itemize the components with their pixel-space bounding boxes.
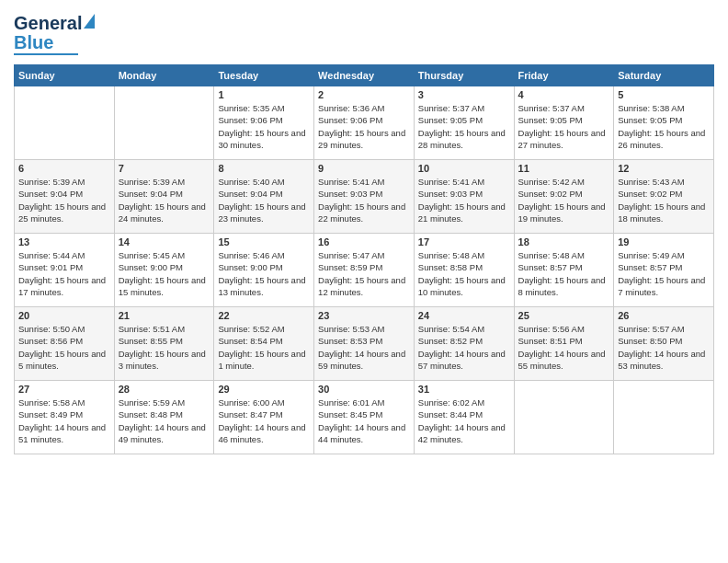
day-number: 13 [18,236,110,247]
day-info: Sunrise: 5:57 AM Sunset: 8:50 PM Dayligh… [618,323,710,372]
day-info: Sunrise: 6:00 AM Sunset: 8:47 PM Dayligh… [218,396,310,445]
day-info: Sunrise: 5:58 AM Sunset: 8:49 PM Dayligh… [18,396,110,445]
day-number: 3 [418,89,510,100]
day-number: 8 [218,163,310,174]
calendar-cell: 10Sunrise: 5:41 AM Sunset: 9:03 PM Dayli… [414,160,514,234]
calendar-cell: 13Sunrise: 5:44 AM Sunset: 9:01 PM Dayli… [15,234,115,307]
day-info: Sunrise: 5:54 AM Sunset: 8:52 PM Dayligh… [418,323,510,372]
day-number: 16 [318,236,410,247]
day-number: 26 [618,310,710,321]
calendar-cell: 7Sunrise: 5:39 AM Sunset: 9:04 PM Daylig… [114,160,214,234]
day-number: 28 [119,384,210,395]
calendar-cell: 2Sunrise: 5:36 AM Sunset: 9:06 PM Daylig… [314,86,415,160]
day-info: Sunrise: 5:53 AM Sunset: 8:53 PM Dayligh… [318,323,410,372]
day-info: Sunrise: 5:41 AM Sunset: 9:03 PM Dayligh… [318,176,410,224]
day-info: Sunrise: 5:48 AM Sunset: 8:58 PM Dayligh… [418,249,510,298]
day-info: Sunrise: 5:48 AM Sunset: 8:57 PM Dayligh… [518,249,610,298]
weekday-header-thursday: Thursday [414,65,514,86]
calendar-cell [114,86,214,160]
calendar-cell: 26Sunrise: 5:57 AM Sunset: 8:50 PM Dayli… [614,307,714,381]
day-info: Sunrise: 6:02 AM Sunset: 8:44 PM Dayligh… [418,396,510,445]
calendar-cell: 1Sunrise: 5:35 AM Sunset: 9:06 PM Daylig… [214,86,314,160]
day-number: 14 [119,236,210,247]
calendar-cell [15,86,115,160]
day-number: 10 [418,163,510,174]
calendar-cell: 25Sunrise: 5:56 AM Sunset: 8:51 PM Dayli… [514,307,614,381]
day-info: Sunrise: 5:37 AM Sunset: 9:05 PM Dayligh… [518,102,610,151]
day-info: Sunrise: 5:49 AM Sunset: 8:57 PM Dayligh… [618,249,710,298]
day-number: 19 [618,236,710,247]
weekday-header-sunday: Sunday [15,65,115,86]
day-number: 25 [518,310,610,321]
day-info: Sunrise: 5:45 AM Sunset: 9:00 PM Dayligh… [119,249,210,298]
calendar-cell: 5Sunrise: 5:38 AM Sunset: 9:05 PM Daylig… [614,86,714,160]
calendar-cell: 28Sunrise: 5:59 AM Sunset: 8:48 PM Dayli… [114,381,214,454]
calendar-cell: 18Sunrise: 5:48 AM Sunset: 8:57 PM Dayli… [514,234,614,307]
day-number: 20 [18,310,110,321]
calendar-cell [614,381,714,454]
calendar-cell: 16Sunrise: 5:47 AM Sunset: 8:59 PM Dayli… [314,234,415,307]
weekday-header-friday: Friday [514,65,614,86]
weekday-header-wednesday: Wednesday [314,65,415,86]
calendar-cell: 12Sunrise: 5:43 AM Sunset: 9:02 PM Dayli… [614,160,714,234]
day-number: 27 [18,384,110,395]
day-info: Sunrise: 5:59 AM Sunset: 8:48 PM Dayligh… [119,396,210,445]
calendar-cell: 27Sunrise: 5:58 AM Sunset: 8:49 PM Dayli… [15,381,115,454]
day-info: Sunrise: 5:43 AM Sunset: 9:02 PM Dayligh… [618,176,710,224]
calendar-cell: 22Sunrise: 5:52 AM Sunset: 8:54 PM Dayli… [214,307,314,381]
day-number: 15 [218,236,310,247]
day-info: Sunrise: 5:50 AM Sunset: 8:56 PM Dayligh… [18,323,110,372]
day-info: Sunrise: 5:46 AM Sunset: 9:00 PM Dayligh… [218,249,310,298]
day-number: 17 [418,236,510,247]
day-number: 9 [318,163,410,174]
day-number: 7 [119,163,210,174]
day-info: Sunrise: 5:38 AM Sunset: 9:05 PM Dayligh… [618,102,710,151]
day-number: 21 [119,310,210,321]
day-number: 12 [618,163,710,174]
day-info: Sunrise: 5:52 AM Sunset: 8:54 PM Dayligh… [218,323,310,372]
calendar-cell: 14Sunrise: 5:45 AM Sunset: 9:00 PM Dayli… [114,234,214,307]
day-info: Sunrise: 5:51 AM Sunset: 8:55 PM Dayligh… [119,323,210,372]
day-number: 1 [218,89,310,100]
calendar-cell [514,381,614,454]
calendar-cell: 23Sunrise: 5:53 AM Sunset: 8:53 PM Dayli… [314,307,415,381]
day-info: Sunrise: 5:42 AM Sunset: 9:02 PM Dayligh… [518,176,610,224]
day-number: 11 [518,163,610,174]
day-number: 18 [518,236,610,247]
day-info: Sunrise: 5:40 AM Sunset: 9:04 PM Dayligh… [218,176,310,224]
calendar-cell: 6Sunrise: 5:39 AM Sunset: 9:04 PM Daylig… [15,160,115,234]
calendar-cell: 30Sunrise: 6:01 AM Sunset: 8:45 PM Dayli… [314,381,415,454]
day-number: 29 [218,384,310,395]
calendar-cell: 9Sunrise: 5:41 AM Sunset: 9:03 PM Daylig… [314,160,415,234]
day-number: 5 [618,89,710,100]
day-info: Sunrise: 6:01 AM Sunset: 8:45 PM Dayligh… [318,396,410,445]
calendar-cell: 29Sunrise: 6:00 AM Sunset: 8:47 PM Dayli… [214,381,314,454]
calendar-cell: 3Sunrise: 5:37 AM Sunset: 9:05 PM Daylig… [414,86,514,160]
calendar-cell: 19Sunrise: 5:49 AM Sunset: 8:57 PM Dayli… [614,234,714,307]
calendar-cell: 20Sunrise: 5:50 AM Sunset: 8:56 PM Dayli… [15,307,115,381]
weekday-header-monday: Monday [114,65,214,86]
day-number: 23 [318,310,410,321]
day-info: Sunrise: 5:56 AM Sunset: 8:51 PM Dayligh… [518,323,610,372]
day-info: Sunrise: 5:36 AM Sunset: 9:06 PM Dayligh… [318,102,410,151]
calendar-cell: 11Sunrise: 5:42 AM Sunset: 9:02 PM Dayli… [514,160,614,234]
day-info: Sunrise: 5:41 AM Sunset: 9:03 PM Dayligh… [418,176,510,224]
calendar-cell: 4Sunrise: 5:37 AM Sunset: 9:05 PM Daylig… [514,86,614,160]
day-info: Sunrise: 5:39 AM Sunset: 9:04 PM Dayligh… [18,176,110,224]
calendar-table: SundayMondayTuesdayWednesdayThursdayFrid… [14,64,714,454]
day-info: Sunrise: 5:44 AM Sunset: 9:01 PM Dayligh… [18,249,110,298]
calendar-cell: 17Sunrise: 5:48 AM Sunset: 8:58 PM Dayli… [414,234,514,307]
weekday-header-tuesday: Tuesday [214,65,314,86]
day-info: Sunrise: 5:47 AM Sunset: 8:59 PM Dayligh… [318,249,410,298]
page-header: General Blue [14,14,714,55]
logo: General Blue [14,14,95,55]
day-info: Sunrise: 5:39 AM Sunset: 9:04 PM Dayligh… [119,176,210,224]
calendar-cell: 8Sunrise: 5:40 AM Sunset: 9:04 PM Daylig… [214,160,314,234]
weekday-header-saturday: Saturday [614,65,714,86]
day-number: 2 [318,89,410,100]
day-info: Sunrise: 5:37 AM Sunset: 9:05 PM Dayligh… [418,102,510,151]
day-number: 4 [518,89,610,100]
calendar-cell: 21Sunrise: 5:51 AM Sunset: 8:55 PM Dayli… [114,307,214,381]
calendar-cell: 24Sunrise: 5:54 AM Sunset: 8:52 PM Dayli… [414,307,514,381]
calendar-cell: 15Sunrise: 5:46 AM Sunset: 9:00 PM Dayli… [214,234,314,307]
